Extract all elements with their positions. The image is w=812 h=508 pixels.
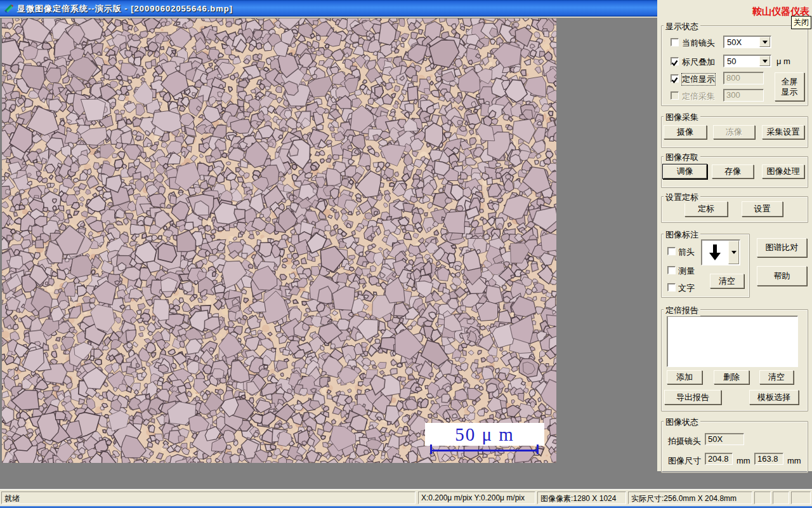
status-actual-size: 实际尺寸:256.0mm X 204.8mm [628,491,752,504]
current-lens-label: 当前镜头 [682,37,715,49]
ruler-overlay-label: 标尺叠加 [682,57,715,68]
status-image-pixels: 图像像素:1280 X 1024 [537,491,626,504]
scale-bar-line [430,450,539,451]
status-bar: 就绪 X:0.200μ m/pix Y:0.200μ m/pix 图像像素:12… [0,489,812,506]
image-height-unit: mm [787,456,801,465]
text-label: 文字 [678,283,695,294]
micrograph-image-area[interactable]: 50 μ m [2,18,556,463]
app-icon [4,3,15,13]
capture-settings-button[interactable]: 采集设置 [762,125,804,139]
chevron-down-icon [763,60,768,63]
scale-bar-label-box: 50 μ m [425,423,544,446]
load-image-button[interactable]: 调像 [662,164,707,179]
group-display-status-label: 显示状态 [664,21,700,32]
chevron-down-icon [731,251,737,254]
report-delete-button[interactable]: 删除 [714,370,749,384]
report-add-button[interactable]: 添加 [667,370,702,384]
help-button[interactable]: 帮助 [757,266,807,286]
current-lens-value: 50X [727,37,742,47]
fullscreen-label-2: 显示 [782,87,798,97]
shoot-lens-field: 50X [705,433,744,445]
chevron-down-icon [763,41,768,44]
fixed-capture-field: 300 [723,89,764,102]
fixed-display-field: 800 [723,72,764,84]
arrow-checkbox[interactable] [667,247,676,255]
shoot-button[interactable]: 摄像 [664,125,707,139]
fixed-display-checkbox[interactable] [671,74,679,83]
close-tooltip: 关闭 [791,16,811,29]
group-report-label: 定倍报告 [664,305,700,316]
measure-checkbox[interactable] [667,266,676,274]
arrow-label: 箭头 [678,246,695,258]
micrograph-canvas[interactable] [2,18,556,463]
arrow-style-dropdown-button[interactable] [728,241,739,264]
arrow-down-icon [708,244,722,262]
checkmark-icon [671,77,678,84]
image-width-field: 204.8 [705,453,733,465]
save-image-button[interactable]: 存像 [712,164,754,178]
arrow-style-combo[interactable] [701,239,740,265]
fixed-capture-checkbox [671,91,679,100]
group-storage-label: 图像存取 [664,152,700,163]
group-calibration-label: 设置定标 [664,192,700,203]
export-report-button[interactable]: 导出报告 [664,390,721,404]
calibrate-button[interactable]: 定标 [684,201,728,217]
template-select-button[interactable]: 模板选择 [749,390,799,404]
current-lens-dropdown-button[interactable] [759,37,770,47]
status-empty-2 [773,491,789,504]
scale-bar-tick-left [430,444,432,454]
fullscreen-label-1: 全屏 [782,77,798,87]
calibration-setup-button[interactable]: 设置 [742,201,783,217]
status-pixel-scale: X:0.200μ m/pix Y:0.200μ m/pix [418,491,535,504]
text-checkbox[interactable] [667,283,676,291]
ruler-value-combo[interactable]: 50 [723,55,771,67]
current-lens-checkbox[interactable] [671,38,679,46]
image-width-unit: mm [737,456,750,465]
fixed-capture-label: 定倍采集 [682,91,715,102]
current-lens-combo[interactable]: 50X [723,36,771,48]
ruler-value: 50 [727,57,736,66]
fixed-display-label: 定倍显示 [682,74,715,85]
ruler-overlay-checkbox[interactable] [671,57,679,65]
atlas-compare-button[interactable]: 图谱比对 [757,238,807,257]
group-capture-label: 图像采集 [664,112,700,123]
status-empty-3 [791,491,811,504]
scale-bar-text: 50 μ m [455,424,514,445]
window-title: 显微图像定倍系统--演示版 - [20090602055646.bmp] [17,3,233,15]
checkmark-icon [671,60,678,67]
annotation-clear-button[interactable]: 清空 [710,274,744,288]
ruler-dropdown-button[interactable] [759,56,770,66]
status-ready: 就绪 [1,491,416,504]
group-annotation-label: 图像标注 [664,229,700,241]
report-list[interactable] [667,316,798,367]
scale-bar-tick-right [537,444,539,454]
image-process-button[interactable]: 图像处理 [762,164,804,178]
report-clear-button[interactable]: 清空 [759,370,794,384]
app-window: 显微图像定倍系统--演示版 - [20090602055646.bmp] 鞍山仪… [0,0,812,508]
shoot-lens-label: 拍摄镜头 [668,436,701,447]
measure-label: 测量 [678,265,695,277]
freeze-button: 冻像 [713,125,755,139]
image-size-label: 图像尺寸 [668,455,701,467]
image-height-field: 163.8 [754,453,783,465]
status-empty-1 [754,491,771,504]
fullscreen-button[interactable]: 全屏 显示 [775,72,804,101]
group-image-status-label: 图像状态 [664,417,700,428]
ruler-unit-label: μ m [776,57,790,66]
